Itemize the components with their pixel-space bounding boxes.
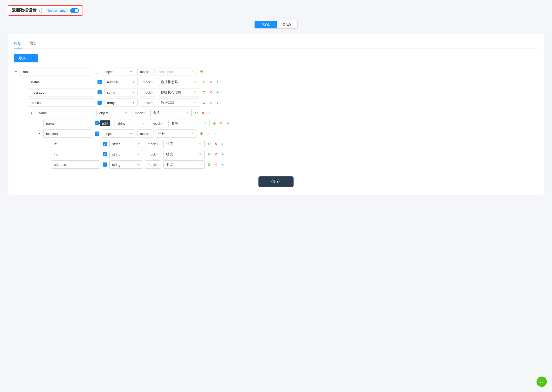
- field-name-input[interactable]: [43, 119, 92, 127]
- plus-icon[interactable]: +: [220, 152, 225, 157]
- plus-icon[interactable]: +: [212, 131, 217, 136]
- field-name-input[interactable]: [28, 99, 95, 107]
- gear-icon[interactable]: ⚙: [207, 162, 212, 167]
- checkbox[interactable]: [98, 80, 102, 84]
- checkbox[interactable]: [103, 152, 107, 156]
- field-name-input[interactable]: [51, 150, 100, 158]
- edit-icon[interactable]: ✎: [191, 132, 194, 135]
- save-button[interactable]: 保 存: [258, 176, 294, 187]
- plus-icon[interactable]: +: [215, 90, 220, 95]
- help-icon[interactable]: ?: [39, 9, 43, 13]
- gear-icon[interactable]: ⚙: [201, 79, 207, 85]
- plus-icon[interactable]: +: [220, 141, 225, 146]
- chevron-down-icon[interactable]: ▼: [37, 132, 41, 136]
- field-name-input[interactable]: [36, 109, 87, 117]
- field-name-input[interactable]: [43, 129, 92, 138]
- description-input[interactable]: 数据结果 ✎: [158, 99, 199, 107]
- type-select[interactable]: string ▼: [104, 88, 138, 96]
- edit-icon[interactable]: ✎: [148, 132, 151, 135]
- description-input[interactable]: 名字 ✎: [168, 119, 210, 127]
- description-input[interactable]: 坐标 ✎: [156, 129, 197, 138]
- edit-icon[interactable]: ✎: [156, 152, 158, 156]
- checkbox[interactable]: [95, 70, 99, 74]
- mock-btn[interactable]: mock ✎: [132, 109, 148, 117]
- type-select[interactable]: number ▼: [104, 78, 138, 86]
- edit-icon[interactable]: ✎: [194, 80, 197, 84]
- description-input[interactable]: 备注 ✎: [150, 109, 192, 117]
- plus-icon[interactable]: +: [206, 69, 211, 74]
- edit-icon[interactable]: ✎: [191, 70, 194, 74]
- edit-icon[interactable]: ✎: [186, 111, 189, 115]
- edit-icon[interactable]: ✎: [199, 152, 202, 156]
- mock-btn[interactable]: mock ✎: [145, 160, 161, 169]
- tab-template[interactable]: 模板: [14, 39, 22, 48]
- edit-icon[interactable]: ✎: [156, 163, 158, 166]
- type-select[interactable]: array ▼: [104, 99, 138, 107]
- type-select[interactable]: string ▼: [109, 140, 143, 148]
- description-input[interactable]: 地点 ✎: [163, 160, 205, 169]
- field-name-input[interactable]: [28, 88, 95, 96]
- mock-btn[interactable]: mock ✎: [137, 129, 153, 138]
- edit-icon[interactable]: ✎: [199, 163, 202, 166]
- plus-icon[interactable]: +: [207, 110, 212, 116]
- close-icon[interactable]: ✕: [206, 131, 211, 136]
- gear-icon[interactable]: ⚙: [201, 100, 207, 105]
- close-icon[interactable]: ✕: [213, 152, 218, 157]
- edit-icon[interactable]: ✎: [204, 121, 207, 125]
- type-select[interactable]: object ▼: [102, 68, 135, 76]
- tab-preview[interactable]: 预览: [29, 39, 37, 48]
- edit-icon[interactable]: ✎: [151, 91, 153, 94]
- type-select[interactable]: object ▼: [96, 109, 130, 117]
- field-name-input[interactable]: [28, 78, 95, 86]
- description-input[interactable]: 数据状态信息 ✎: [158, 88, 199, 96]
- mock-btn[interactable]: mock ✎: [150, 119, 166, 127]
- shield-icon[interactable]: 🛡: [537, 377, 547, 387]
- close-icon[interactable]: ✕: [200, 110, 206, 116]
- plus-icon[interactable]: +: [215, 100, 220, 105]
- edit-icon[interactable]: ✎: [194, 101, 197, 104]
- close-icon[interactable]: ✕: [208, 79, 213, 85]
- checkbox[interactable]: [90, 111, 94, 115]
- chevron-down-icon[interactable]: ▼: [14, 70, 18, 74]
- description-input[interactable]: description ✎: [156, 68, 197, 76]
- checkbox[interactable]: [103, 162, 107, 167]
- close-icon[interactable]: ✕: [218, 121, 224, 126]
- field-name-input[interactable]: [20, 68, 92, 76]
- type-select[interactable]: string ▼: [109, 160, 143, 169]
- import-json-button[interactable]: 导入 json: [14, 54, 38, 62]
- mock-btn[interactable]: mock ✎: [145, 140, 161, 148]
- plus-icon[interactable]: +: [225, 121, 230, 126]
- edit-icon[interactable]: ✎: [161, 121, 164, 125]
- gear-icon[interactable]: ⚙: [207, 141, 212, 146]
- edit-icon[interactable]: ✎: [151, 101, 153, 104]
- edit-icon[interactable]: ✎: [199, 142, 202, 146]
- close-icon[interactable]: ✕: [208, 90, 213, 95]
- mock-btn[interactable]: mock ✎: [140, 88, 156, 96]
- plus-icon[interactable]: +: [220, 162, 225, 167]
- close-icon[interactable]: ✕: [213, 162, 218, 167]
- gear-icon[interactable]: ⚙: [212, 121, 217, 126]
- gear-icon[interactable]: ⚙: [199, 131, 204, 136]
- gear-icon[interactable]: ⚙: [199, 69, 204, 74]
- checkbox[interactable]: [95, 132, 99, 136]
- edit-icon[interactable]: ✎: [194, 91, 197, 94]
- raw-btn[interactable]: RAW: [277, 21, 297, 28]
- type-select[interactable]: string ▼: [109, 150, 143, 158]
- type-select[interactable]: string ▼: [115, 119, 148, 127]
- description-input[interactable]: 经度 ✎: [163, 150, 205, 158]
- mock-btn[interactable]: mock ✎: [137, 68, 153, 76]
- plus-icon[interactable]: +: [215, 79, 220, 85]
- description-input[interactable]: 纬度 ✎: [163, 140, 205, 148]
- mock-btn[interactable]: mock ✎: [140, 99, 156, 107]
- edit-icon[interactable]: ✎: [151, 80, 153, 84]
- gear-icon[interactable]: ⚙: [201, 90, 207, 95]
- field-name-input[interactable]: [51, 160, 100, 169]
- checkbox[interactable]: [103, 142, 107, 146]
- checkbox[interactable]: [98, 90, 102, 94]
- edit-icon[interactable]: ✎: [148, 70, 151, 74]
- close-icon[interactable]: ✕: [213, 141, 218, 146]
- close-icon[interactable]: ✕: [208, 100, 213, 105]
- mock-btn[interactable]: mock ✎: [145, 150, 161, 158]
- type-select[interactable]: object ▼: [102, 129, 135, 138]
- mock-btn[interactable]: mock ✎: [140, 78, 156, 86]
